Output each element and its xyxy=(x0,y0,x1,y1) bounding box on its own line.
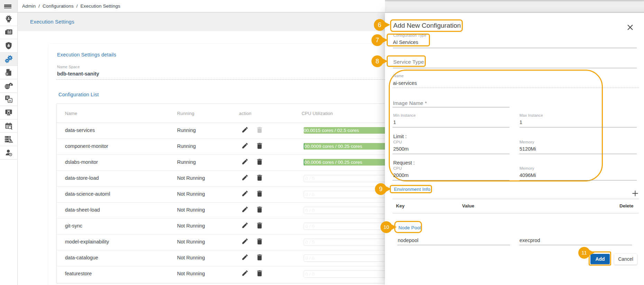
svg-text:A: A xyxy=(9,99,11,103)
